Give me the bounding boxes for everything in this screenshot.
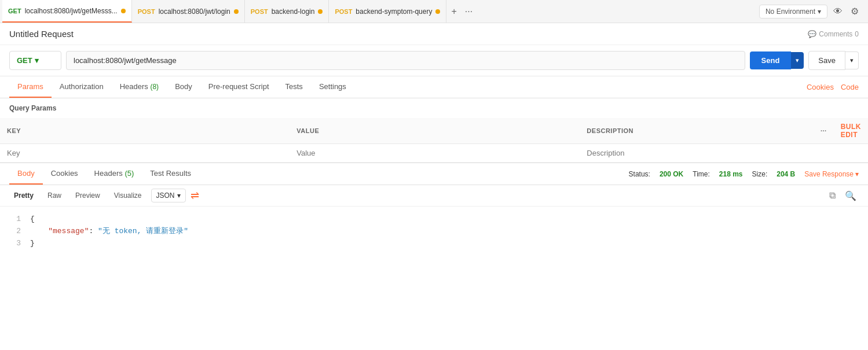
res-tab-cookies-label: Cookies <box>51 169 78 178</box>
tab-label-3: backend-login <box>272 8 315 16</box>
bulk-edit-header: Bulk Edit <box>834 118 868 144</box>
response-area: Body Cookies Headers (5) Test Results St… <box>0 163 868 256</box>
res-tab-test-results-label: Test Results <box>150 169 191 178</box>
tab-authorization[interactable]: Authorization <box>52 76 112 98</box>
description-cell <box>580 144 814 163</box>
tab-headers-label: Headers <box>120 82 148 91</box>
tab-method-3: POST <box>251 8 268 15</box>
code-content: } <box>30 238 859 250</box>
tab-params[interactable]: Params <box>9 76 52 98</box>
tab-dot-3 <box>318 9 323 14</box>
copy-icon-button[interactable]: ⧉ <box>827 189 838 202</box>
size-label: Size: <box>752 170 768 178</box>
line-number: 2 <box>9 226 21 238</box>
res-tab-body[interactable]: Body <box>9 163 43 185</box>
send-button[interactable]: Send <box>750 51 792 69</box>
code-line-3: 3 } <box>9 238 859 250</box>
pretty-button[interactable]: Pretty <box>9 189 38 202</box>
save-button[interactable]: Save <box>808 51 845 70</box>
code-view: 1 { 2 "message": "无 token, 请重新登录" 3 } <box>0 207 868 256</box>
preview-button[interactable]: Preview <box>71 189 105 202</box>
format-label: JSON <box>156 191 175 200</box>
headers-badge: (8) <box>150 83 159 91</box>
request-title-bar: Untitled Request 💬 Comments 0 <box>0 23 868 45</box>
col-key: KEY <box>0 118 290 144</box>
more-icon: ··· <box>821 127 827 134</box>
tab-settings[interactable]: Settings <box>311 76 354 98</box>
tab-params-label: Params <box>17 82 43 91</box>
res-tab-body-label: Body <box>17 169 35 178</box>
env-selector[interactable]: No Environment ▾ <box>759 5 827 19</box>
visualize-button[interactable]: Visualize <box>109 189 147 202</box>
bulk-edit-button[interactable]: Bulk Edit <box>841 123 861 139</box>
tab-4[interactable]: POST backend-symptom-query <box>329 0 446 23</box>
request-title: Untitled Request <box>9 29 74 39</box>
chevron-down-icon: ▾ <box>855 170 859 178</box>
save-response-button[interactable]: Save Response ▾ <box>804 170 859 178</box>
tab-pre-request-label: Pre-request Script <box>208 82 269 91</box>
tab-label-4: backend-symptom-query <box>356 8 432 16</box>
tab-3[interactable]: POST backend-login <box>245 0 329 23</box>
time-label: Time: <box>693 170 710 178</box>
tab-method-2: POST <box>138 8 155 15</box>
req-tab-right: Cookies Code <box>807 83 859 91</box>
method-label: GET <box>17 56 32 65</box>
status-value: 200 OK <box>660 170 683 178</box>
comments-button[interactable]: 💬 Comments 0 <box>808 30 859 38</box>
chevron-down-icon: ▾ <box>177 191 181 200</box>
tab-pre-request[interactable]: Pre-request Script <box>200 76 277 98</box>
comments-label: Comments <box>819 30 852 38</box>
url-bar: GET ▾ Send ▾ Save ▾ <box>0 45 868 76</box>
tab-tests[interactable]: Tests <box>277 76 311 98</box>
settings-icon-button[interactable]: ⚙ <box>848 3 861 19</box>
eye-icon-button[interactable]: 👁 <box>831 4 845 19</box>
tab-dot-2 <box>234 9 239 14</box>
tab-headers[interactable]: Headers (8) <box>112 76 167 98</box>
code-link[interactable]: Code <box>841 83 859 91</box>
size-value: 204 B <box>777 170 795 178</box>
url-input[interactable] <box>66 51 745 70</box>
code-content: { <box>30 213 859 226</box>
tab-body[interactable]: Body <box>167 76 200 98</box>
raw-button[interactable]: Raw <box>43 189 66 202</box>
chevron-down-icon: ▾ <box>818 8 821 16</box>
value-input[interactable] <box>296 149 573 157</box>
res-tab-headers[interactable]: Headers (5) <box>86 163 142 185</box>
tabs-bar: GET localhost:8080/jwt/getMesss... POST … <box>0 0 868 23</box>
more-tabs-button[interactable]: ··· <box>463 4 475 19</box>
tab-actions: + ··· <box>449 4 475 19</box>
time-value: 218 ms <box>719 170 743 178</box>
save-button-group: Save ▾ <box>808 51 859 70</box>
response-status-bar: Status: 200 OK Time: 218 ms Size: 204 B … <box>629 170 859 178</box>
params-table: KEY VALUE DESCRIPTION ··· Bulk Edit <box>0 118 868 163</box>
res-tab-cookies[interactable]: Cookies <box>43 163 86 185</box>
comments-count: 0 <box>855 30 859 38</box>
tab-method-4: POST <box>335 8 352 15</box>
col-actions: ··· <box>814 118 834 144</box>
search-icon-button[interactable]: 🔍 <box>843 189 859 202</box>
line-number: 3 <box>9 238 21 250</box>
tab-label-1: localhost:8080/jwt/getMesss... <box>25 7 118 15</box>
tab-2[interactable]: POST localhost:8080/jwt/login <box>132 0 245 23</box>
send-dropdown-button[interactable]: ▾ <box>791 52 804 69</box>
tab-method-1: GET <box>8 8 21 14</box>
save-dropdown-button[interactable]: ▾ <box>845 51 859 69</box>
format-actions: ⧉ 🔍 <box>827 189 859 202</box>
add-tab-button[interactable]: + <box>449 4 459 19</box>
cookies-link[interactable]: Cookies <box>807 83 834 91</box>
key-input[interactable] <box>7 149 283 157</box>
value-cell <box>290 144 580 163</box>
method-selector[interactable]: GET ▾ <box>9 51 61 70</box>
col-value: VALUE <box>290 118 580 144</box>
res-tab-headers-label: Headers <box>94 169 123 178</box>
tab-settings-label: Settings <box>319 82 346 91</box>
env-label: No Environment <box>766 8 815 16</box>
tab-1[interactable]: GET localhost:8080/jwt/getMesss... <box>2 0 132 23</box>
res-tab-test-results[interactable]: Test Results <box>142 163 199 185</box>
tab-authorization-label: Authorization <box>60 82 104 91</box>
key-cell <box>0 144 290 163</box>
query-params-section: Query Params KEY VALUE DESCRIPTION ··· B… <box>0 98 868 163</box>
response-tabs-bar: Body Cookies Headers (5) Test Results St… <box>0 163 868 185</box>
format-select[interactable]: JSON ▾ <box>151 189 186 202</box>
description-input[interactable] <box>587 149 807 157</box>
